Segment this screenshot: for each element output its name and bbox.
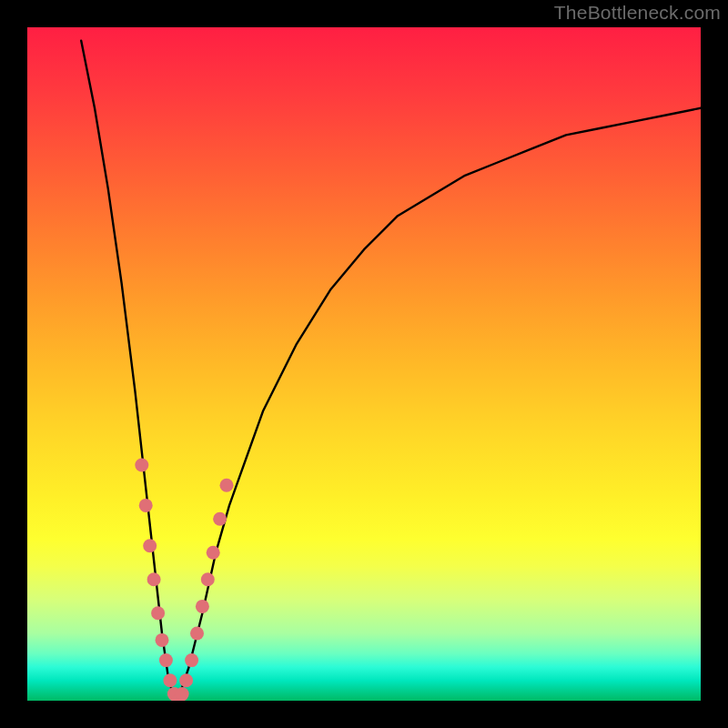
bottleneck-curve [81, 41, 701, 701]
data-marker [139, 499, 153, 512]
data-marker [147, 572, 161, 586]
data-marker [185, 653, 198, 667]
data-marker [135, 459, 148, 472]
data-marker [163, 673, 177, 687]
data-marker [207, 546, 220, 560]
data-marker [201, 572, 215, 586]
data-marker [176, 687, 189, 701]
data-marker [220, 479, 234, 492]
plot-area [27, 27, 701, 701]
data-marker [143, 539, 157, 552]
bottleneck-curve-svg [27, 27, 701, 701]
data-marker [179, 673, 193, 687]
data-marker [190, 627, 204, 641]
data-marker [196, 600, 209, 613]
data-marker [213, 512, 227, 526]
data-marker [156, 633, 169, 647]
marker-layer [135, 459, 233, 702]
data-marker [159, 653, 173, 667]
chart-frame: TheBottleneck.com [0, 0, 728, 728]
watermark-text: TheBottleneck.com [554, 2, 721, 24]
data-marker [151, 606, 165, 620]
